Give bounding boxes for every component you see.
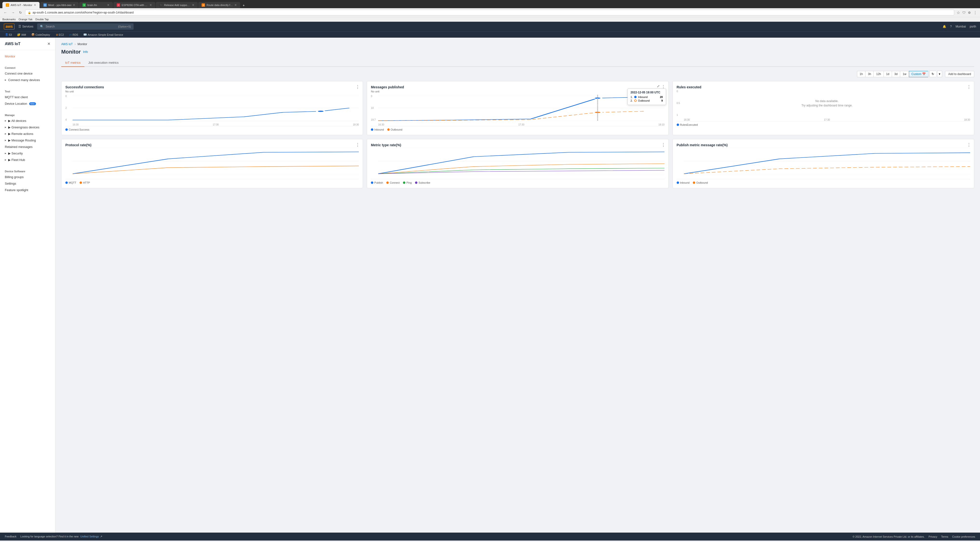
legend-dot-outbound [387, 128, 390, 131]
sidebar-close-button[interactable]: ✕ [47, 41, 50, 46]
bookmark-icon[interactable]: ☆ [956, 10, 961, 16]
sidebar-item-billing-groups[interactable]: Billing groups [0, 174, 55, 180]
address-bar[interactable]: 🔒 ap-south-1.console.aws.amazon.com/iot/… [25, 10, 954, 16]
aws-user[interactable]: psrth [970, 25, 976, 28]
chart-menu-rules[interactable]: ⋮ [967, 84, 971, 89]
sidebar-item-retained[interactable]: Retained messages [0, 143, 55, 150]
browser-menu[interactable]: ⋮ [973, 10, 978, 16]
chart-expand-messages[interactable]: ⤢ [657, 84, 660, 88]
sidebar-item-remote-actions[interactable]: ▶ Remote actions [0, 131, 55, 137]
chart-area-messages: 19.7 10 0 [371, 95, 664, 126]
refresh-button[interactable]: ↻ [929, 71, 936, 77]
browser-tab-4[interactable]: R ESP8266 OTA with Arduino IDE | R... ✕ [113, 2, 155, 8]
sidebar-item-mqtt[interactable]: MQTT test client [0, 94, 55, 100]
browser-tab-1[interactable]: ⚡ AWS IoT - Monitor ✕ [2, 2, 40, 8]
sidebar-item-settings[interactable]: Settings [0, 180, 55, 187]
bookmark-orange-yak[interactable]: Orange Yak [19, 18, 33, 21]
time-btn-1w[interactable]: 1w [900, 71, 908, 77]
back-button[interactable]: ← [2, 10, 8, 15]
sidebar-item-message-routing[interactable]: ▶ Message Routing [0, 137, 55, 143]
time-btn-1d[interactable]: 1d [883, 71, 892, 77]
reload-button[interactable]: ↻ [18, 10, 23, 15]
chart-menu-protocol[interactable]: ⋮ [355, 142, 360, 147]
sidebar-item-all-devices[interactable]: ▶ All devices [0, 118, 55, 124]
fav-ses[interactable]: 📧 Amazon Simple Email Service [82, 33, 124, 37]
breadcrumb-aws-iot[interactable]: AWS IoT [61, 43, 73, 46]
sidebar-item-device-location[interactable]: Device Location New [0, 100, 55, 107]
services-label: Services [22, 25, 33, 28]
charts-row-1: Successful connections No unit ⋮ 4 2 0 [61, 81, 974, 135]
fav-rds[interactable]: 🗃 RDS [68, 33, 80, 37]
tab-3-close[interactable]: ✕ [107, 3, 110, 7]
footer-privacy[interactable]: Privacy [929, 535, 937, 538]
forward-button[interactable]: → [10, 10, 16, 15]
aws-help-icon[interactable]: ? [950, 25, 952, 28]
chart-area-protocol [65, 148, 359, 179]
add-dashboard-button[interactable]: Add to dashboard [945, 71, 974, 77]
chart-publish-metric-rate: Publish metric message rate(%) ⋮ [673, 139, 974, 188]
chart-unit-connections: No unit [65, 90, 359, 93]
aws-header-right: 🔔 ? Mumbai psrth [943, 25, 976, 28]
services-button[interactable]: ⠿ Services [18, 24, 33, 29]
sidebar-item-feature-spotlight[interactable]: Feature spotlight [0, 187, 55, 193]
tab-4-close[interactable]: ✕ [150, 3, 152, 7]
tab-2-label: Meet - ypx-fdnt-owv [48, 4, 72, 6]
new-tab-button[interactable]: + [241, 2, 247, 8]
fav-s3[interactable]: 🗄 S3 [4, 33, 13, 37]
browser-tab-5[interactable]: ⬛ Release Add support for python 3 l... … [156, 2, 198, 8]
chart-inner-protocol [73, 148, 359, 174]
no-data-rules: No data available. Try adjusting the das… [684, 90, 970, 116]
tab-5-close[interactable]: ✕ [192, 3, 194, 7]
sidebar-item-monitor[interactable]: Monitor [0, 53, 55, 60]
time-btn-3h[interactable]: 3h [865, 71, 873, 77]
time-btn-3d[interactable]: 3d [892, 71, 900, 77]
publish-metric-svg [684, 148, 970, 174]
bookmark-bookmarks[interactable]: Bookmarks [2, 18, 16, 21]
tab-2-close[interactable]: ✕ [73, 3, 75, 7]
fav-iam[interactable]: 🔐 IAM [16, 33, 27, 37]
info-link[interactable]: Info [83, 50, 88, 54]
tab-1-close[interactable]: ✕ [34, 3, 36, 7]
aws-region[interactable]: Mumbai [956, 25, 966, 28]
sidebar-item-security[interactable]: ▶ Security [0, 150, 55, 156]
chart-menu-metric-type[interactable]: ⋮ [661, 142, 665, 147]
legend-label-inbound: Inbound [374, 128, 384, 131]
refresh-dropdown[interactable]: ▾ [937, 71, 942, 77]
tab-iot-metrics[interactable]: IoT metrics [61, 59, 84, 67]
time-btn-custom[interactable]: Custom 📅 [909, 71, 929, 77]
search-input[interactable] [46, 25, 94, 28]
s3-label: S3 [9, 33, 12, 36]
meet-tab-icon: M [43, 3, 47, 7]
tab-job-execution[interactable]: Job execution metrics [84, 59, 123, 67]
footer-cookie[interactable]: Cookie preferences [952, 535, 975, 538]
fav-codedeploy[interactable]: 📦 CodeDeploy [30, 33, 52, 37]
ec2-label: EC2 [59, 33, 64, 36]
sidebar-item-connect-many[interactable]: Connect many devices [0, 77, 55, 83]
bookmarks-bar: Bookmarks Orange Yak Double Tap [0, 17, 980, 22]
fav-ec2[interactable]: 🖥 EC2 [54, 33, 65, 37]
legend-messages: Inbound Outbound [371, 128, 664, 131]
sidebar-item-connect-one[interactable]: Connect one device [0, 70, 55, 77]
bookmark-double-tap[interactable]: Double Tap [35, 18, 49, 21]
tab-6-close[interactable]: ✕ [234, 3, 237, 7]
sidebar-item-greengrass[interactable]: ▶ Greengrass devices [0, 124, 55, 131]
extension-icon-1[interactable]: 🛡 [962, 10, 966, 16]
legend-connections: Connect.Success [65, 128, 359, 131]
footer-terms[interactable]: Terms [941, 535, 948, 538]
extension-icon-2[interactable]: ⚙ [967, 10, 971, 16]
feedback-link[interactable]: Feedback [5, 535, 16, 538]
codedeploy-icon: 📦 [31, 33, 35, 36]
aws-notification-icon[interactable]: 🔔 [943, 25, 946, 28]
browser-tab-6[interactable]: ⚙ Route data directly from IoT Core t...… [198, 2, 240, 8]
chart-menu-publish-metric[interactable]: ⋮ [967, 142, 971, 147]
sidebar-item-fleet-hub[interactable]: ▶ Fleet Hub [0, 156, 55, 163]
browser-tab-2[interactable]: M Meet - ypx-fdnt-owv ✕ [40, 2, 79, 8]
tooltip-row-2: 2. Outbound 9 [631, 99, 663, 102]
browser-tab-3[interactable]: b brain.fm ✕ [79, 2, 113, 8]
time-btn-12h[interactable]: 12h [873, 71, 883, 77]
unified-settings-link[interactable]: Unified Settings [80, 535, 99, 538]
chart-menu-connections[interactable]: ⋮ [355, 84, 360, 89]
iam-label: IAM [21, 33, 26, 36]
aws-search-bar[interactable]: 🔍 [Option+S] [37, 23, 134, 30]
time-btn-1h[interactable]: 1h [857, 71, 865, 77]
